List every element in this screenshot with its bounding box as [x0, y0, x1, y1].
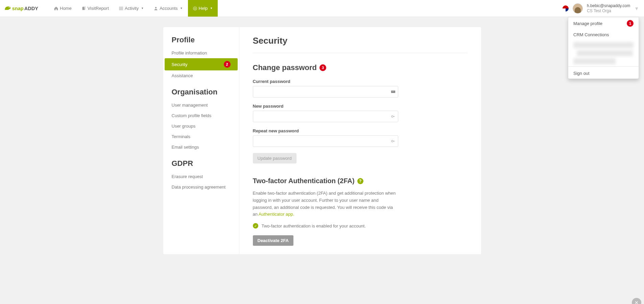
- home-icon: [54, 6, 58, 10]
- nav-home[interactable]: Home: [49, 0, 77, 17]
- sidebar-item-profile-info[interactable]: Profile information: [163, 48, 239, 58]
- badge-1: 1: [627, 20, 634, 27]
- svg-rect-7: [119, 9, 123, 10]
- check-icon: ✓: [253, 223, 258, 229]
- sidebar-item-terminals[interactable]: Terminals: [163, 131, 239, 142]
- user-info[interactable]: h.bebic@snapaddy.com CS Test Orga: [587, 3, 630, 13]
- deactivate-2fa-button[interactable]: Deactivate 2FA: [253, 235, 294, 246]
- tfa-status-text: Two-factor authentication is enabled for…: [262, 223, 366, 229]
- svg-text:ADDY: ADDY: [24, 6, 39, 11]
- list-icon: [119, 6, 123, 10]
- svg-rect-5: [119, 7, 123, 7]
- svg-rect-14: [393, 91, 394, 91]
- sidebar-item-security[interactable]: Security 2: [165, 58, 238, 70]
- svg-point-9: [193, 6, 197, 10]
- svg-point-17: [391, 140, 393, 142]
- form-group-repeat-password: Repeat new password: [253, 128, 468, 147]
- caret-down-icon: ▼: [141, 7, 144, 10]
- dropdown-signout[interactable]: Sign out: [568, 68, 639, 79]
- redacted-item: [577, 50, 633, 56]
- key-icon: [391, 114, 396, 119]
- new-password-input[interactable]: [253, 111, 398, 122]
- dropdown-crm-label: CRM Connections: [573, 32, 609, 37]
- caret-down-icon: ▼: [210, 7, 213, 10]
- repeat-password-input[interactable]: [253, 135, 398, 147]
- svg-point-8: [155, 7, 157, 8]
- nav-activity-label: Activity: [125, 6, 139, 11]
- dropdown-crm[interactable]: CRM Connections: [568, 29, 639, 40]
- tfa-status: ✓ Two-factor authentication is enabled f…: [253, 223, 468, 229]
- user-org: CS Test Orga: [587, 8, 630, 13]
- settings-sidebar: Profile Profile information Security 2 A…: [163, 27, 239, 254]
- form-group-new-password: New password: [253, 104, 468, 122]
- settings-container: Profile Profile information Security 2 A…: [163, 27, 481, 254]
- sidebar-item-custom-fields[interactable]: Custom profile fields: [163, 110, 239, 121]
- sidebar-item-user-groups[interactable]: User groups: [163, 121, 239, 131]
- redacted-item: [573, 58, 616, 64]
- settings-main: Security Change password 3 Current passw…: [239, 27, 481, 254]
- svg-rect-13: [392, 91, 393, 91]
- user-email: h.bebic@snapaddy.com: [587, 3, 630, 8]
- keyboard-icon: [391, 89, 396, 94]
- page-title: Security: [253, 36, 468, 53]
- sidebar-item-erasure[interactable]: Erasure request: [163, 171, 239, 182]
- caret-down-icon[interactable]: ▼: [634, 6, 639, 11]
- key-icon: [391, 139, 396, 144]
- tfa-description: Enable two-factor authentication (2FA) a…: [253, 190, 398, 218]
- user-avatar[interactable]: [573, 3, 583, 14]
- nav-help[interactable]: Help ▼: [188, 0, 218, 17]
- sidebar-item-user-management[interactable]: User management: [163, 100, 239, 110]
- sidebar-heading-profile: Profile: [163, 36, 239, 48]
- language-flag-icon[interactable]: [563, 5, 569, 12]
- header-right: h.bebic@snapaddy.com CS Test Orga ▼: [563, 0, 644, 17]
- svg-text:snap: snap: [12, 6, 24, 11]
- user-dropdown: Manage profile 1 CRM Connections Sign ou…: [568, 17, 639, 79]
- help-icon[interactable]: ?: [357, 178, 363, 184]
- app-header: snap ADDY Home VisitReport Activity ▼ Ac…: [0, 0, 644, 17]
- repeat-password-label: Repeat new password: [253, 128, 468, 133]
- sidebar-section-profile: Profile Profile information Security 2 A…: [163, 36, 239, 81]
- current-password-label: Current password: [253, 79, 468, 84]
- nav-visitreport[interactable]: VisitReport: [77, 0, 114, 17]
- badge-3: 3: [319, 64, 326, 71]
- authenticator-link[interactable]: Authenticator app.: [259, 212, 294, 217]
- dropdown-manage-profile[interactable]: Manage profile 1: [568, 17, 639, 29]
- report-icon: [82, 6, 86, 10]
- update-password-button[interactable]: Update password: [253, 153, 296, 164]
- change-password-heading: Change password 3: [253, 63, 468, 72]
- current-password-input[interactable]: [253, 86, 398, 97]
- main-nav: Home VisitReport Activity ▼ Accounts ▼ H…: [49, 0, 218, 17]
- nav-accounts[interactable]: Accounts ▼: [149, 0, 188, 17]
- nav-home-label: Home: [60, 6, 72, 11]
- nav-help-label: Help: [199, 6, 208, 11]
- nav-accounts-label: Accounts: [160, 6, 177, 11]
- caret-down-icon: ▼: [180, 7, 183, 10]
- svg-point-10: [194, 7, 196, 9]
- new-password-label: New password: [253, 104, 468, 109]
- user-icon: [154, 6, 158, 10]
- nav-visitreport-label: VisitReport: [88, 6, 109, 11]
- svg-point-0: [9, 7, 10, 8]
- dropdown-signout-label: Sign out: [573, 71, 590, 76]
- dropdown-manage-profile-label: Manage profile: [573, 21, 602, 26]
- tfa-heading: Two-factor Authentication (2FA) ?: [253, 177, 468, 185]
- sidebar-section-organisation: Organisation User management Custom prof…: [163, 88, 239, 152]
- brand-logo[interactable]: snap ADDY: [3, 0, 49, 17]
- nav-activity[interactable]: Activity ▼: [114, 0, 149, 17]
- svg-rect-11: [391, 91, 395, 93]
- svg-rect-12: [391, 91, 392, 91]
- divider: [568, 66, 639, 67]
- help-nav-icon: [193, 6, 197, 10]
- form-group-current-password: Current password: [253, 79, 468, 97]
- sidebar-heading-gdpr: GDPR: [163, 159, 239, 171]
- svg-point-15: [391, 115, 393, 117]
- sidebar-item-assistance[interactable]: Assistance: [163, 70, 239, 81]
- sidebar-section-gdpr: GDPR Erasure request Data processing agr…: [163, 159, 239, 192]
- redacted-item: [573, 42, 634, 48]
- badge-2: 2: [224, 61, 231, 68]
- sidebar-heading-organisation: Organisation: [163, 88, 239, 100]
- sidebar-item-email-settings[interactable]: Email settings: [163, 142, 239, 152]
- sidebar-item-dpa[interactable]: Data processing agreement: [163, 182, 239, 192]
- svg-rect-6: [119, 8, 123, 9]
